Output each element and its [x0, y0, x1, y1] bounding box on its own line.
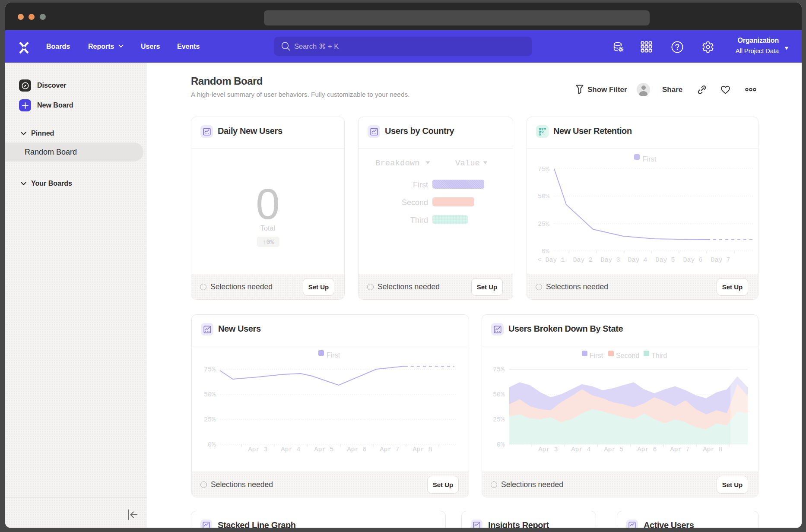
svg-text:Apr 5: Apr 5	[604, 446, 623, 453]
svg-text:Apr 4: Apr 4	[281, 446, 300, 453]
svg-text:Apr 3: Apr 3	[538, 446, 558, 453]
svg-text:Day 2: Day 2	[573, 256, 592, 264]
svg-text:0%: 0%	[542, 248, 550, 255]
svg-text:Apr 4: Apr 4	[571, 446, 590, 453]
svg-text:First: First	[643, 155, 657, 163]
svg-text:0%: 0%	[497, 441, 505, 449]
svg-text:25%: 25%	[538, 221, 550, 228]
svg-text:50%: 50%	[493, 391, 505, 399]
svg-text:0%: 0%	[208, 441, 216, 449]
svg-text:Apr 8: Apr 8	[413, 446, 432, 453]
svg-text:25%: 25%	[493, 416, 505, 424]
svg-text:Apr 8: Apr 8	[703, 446, 722, 453]
svg-text:75%: 75%	[538, 166, 550, 173]
svg-text:Second: Second	[616, 352, 639, 359]
svg-text:Third: Third	[651, 352, 667, 359]
svg-text:50%: 50%	[538, 193, 550, 200]
svg-text:25%: 25%	[204, 416, 216, 424]
svg-text:First: First	[327, 352, 340, 359]
svg-text:First: First	[590, 352, 603, 359]
svg-text:Day 1: Day 1	[545, 256, 565, 264]
svg-text:50%: 50%	[204, 391, 216, 399]
svg-text:Apr 6: Apr 6	[347, 446, 366, 453]
svg-text:Day 3: Day 3	[600, 256, 620, 264]
svg-text:Apr 7: Apr 7	[380, 446, 399, 453]
svg-text:75%: 75%	[204, 366, 216, 374]
svg-text:Day 6: Day 6	[683, 256, 702, 264]
svg-text:<: <	[537, 256, 541, 264]
svg-text:Apr 7: Apr 7	[670, 446, 689, 453]
svg-text:Day 5: Day 5	[655, 256, 675, 264]
svg-text:Apr 3: Apr 3	[248, 446, 267, 453]
svg-text:75%: 75%	[493, 366, 505, 374]
svg-text:Day 4: Day 4	[628, 256, 647, 264]
svg-text:Day 7: Day 7	[711, 256, 730, 264]
svg-text:Apr 5: Apr 5	[314, 446, 333, 453]
svg-text:Apr 6: Apr 6	[637, 446, 657, 453]
